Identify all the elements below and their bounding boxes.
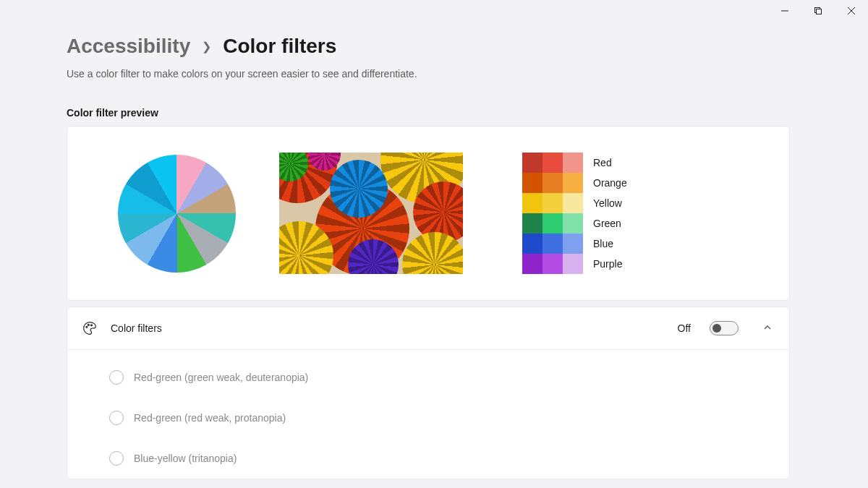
swatch	[542, 254, 563, 274]
swatch	[542, 153, 563, 173]
breadcrumb: Accessibility ❯ Color filters	[67, 35, 790, 58]
swatch-label: Purple	[593, 258, 622, 270]
swatch	[563, 193, 583, 213]
radio-button[interactable]	[109, 370, 124, 385]
radio-button[interactable]	[109, 411, 124, 425]
radio-button[interactable]	[109, 451, 124, 466]
swatch	[563, 213, 583, 234]
swatch	[522, 213, 542, 234]
color-filters-toggle[interactable]	[710, 321, 739, 335]
swatch-row: Orange	[522, 173, 627, 193]
preview-label: Color filter preview	[67, 107, 790, 119]
filter-option[interactable]: Red-green (red weak, protanopia)	[109, 398, 789, 438]
swatch	[563, 173, 583, 193]
swatch	[563, 234, 583, 254]
swatch	[522, 234, 542, 254]
preview-card: RedOrangeYellowGreenBluePurple	[67, 126, 790, 301]
color-filters-card: Color filters Off Red-green (green weak,…	[67, 307, 790, 479]
swatch-table: RedOrangeYellowGreenBluePurple	[522, 153, 627, 274]
svg-rect-2	[817, 9, 822, 14]
filter-options-list: Red-green (green weak, deuteranopia)Red-…	[67, 350, 789, 479]
option-label: Red-green (green weak, deuteranopia)	[134, 372, 308, 383]
filter-option[interactable]: Red-green (green weak, deuteranopia)	[109, 357, 789, 398]
option-label: Blue-yellow (tritanopia)	[134, 453, 237, 464]
svg-point-7	[91, 325, 93, 326]
svg-point-5	[86, 326, 88, 328]
swatch	[563, 153, 583, 173]
swatch	[522, 153, 542, 173]
swatch-label: Orange	[593, 177, 627, 189]
toggle-state-text: Off	[678, 322, 691, 334]
palette-icon	[82, 320, 98, 336]
toggle-knob	[712, 324, 721, 333]
swatch-row: Red	[522, 153, 627, 173]
swatch-row: Green	[522, 213, 627, 234]
swatch	[522, 193, 542, 213]
swatch-label: Blue	[593, 238, 613, 249]
toggle-title: Color filters	[111, 322, 665, 334]
swatch-label: Red	[593, 157, 612, 168]
swatch	[542, 173, 563, 193]
maximize-button[interactable]	[801, 0, 835, 22]
swatch-row: Yellow	[522, 193, 627, 213]
chevron-up-icon[interactable]	[763, 323, 772, 334]
chevron-right-icon: ❯	[202, 40, 211, 53]
window-controls	[768, 0, 868, 22]
swatch	[542, 193, 563, 213]
option-label: Red-green (red weak, protanopia)	[134, 412, 286, 424]
color-filters-header[interactable]: Color filters Off	[67, 307, 789, 350]
page-title: Color filters	[223, 35, 336, 58]
swatch	[522, 254, 542, 274]
swatch-label: Yellow	[593, 197, 622, 209]
color-wheel-preview	[118, 155, 236, 273]
minimize-button[interactable]	[768, 0, 801, 22]
photo-preview	[279, 153, 463, 274]
page-description: Use a color filter to make colors on you…	[67, 68, 790, 80]
swatch-row: Blue	[522, 234, 627, 254]
swatch	[542, 213, 563, 234]
svg-point-6	[88, 324, 89, 325]
swatch	[563, 254, 583, 274]
swatch	[542, 234, 563, 254]
close-button[interactable]	[835, 0, 868, 22]
swatch	[522, 173, 542, 193]
breadcrumb-parent[interactable]: Accessibility	[67, 35, 190, 58]
swatch-label: Green	[593, 218, 621, 229]
filter-option[interactable]: Blue-yellow (tritanopia)	[109, 438, 789, 479]
swatch-row: Purple	[522, 254, 627, 274]
